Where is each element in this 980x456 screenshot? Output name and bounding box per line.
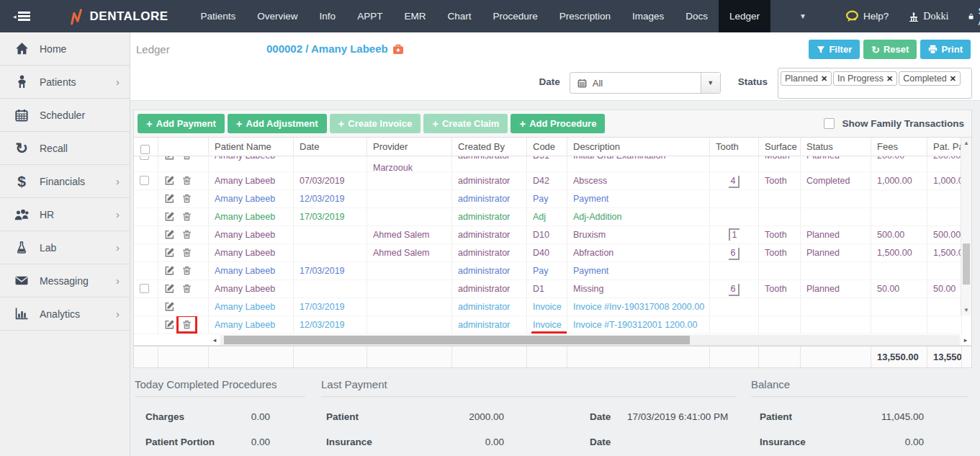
create-invoice-button[interactable]: +Create Invoice [330,114,421,133]
status-chip-planned[interactable]: Planned✕ [781,71,832,86]
scroll-down-icon[interactable]: ▼ [961,305,971,316]
reset-button[interactable]: ↻ Reset [863,40,917,59]
surface-cell: Tooth [765,284,787,294]
status-chip-in-progress[interactable]: In Progress✕ [833,71,897,86]
description-cell: Invoice #T-190312001 1200.00 [573,320,697,330]
select-all-checkbox[interactable] [140,145,150,154]
nav-item-ledger[interactable]: Ledger [719,0,770,32]
delete-row-icon[interactable] [181,175,192,186]
column-header-fees: Fees [871,138,927,156]
hamburger-menu-icon[interactable]: ◂ [13,10,30,23]
nav-item-info[interactable]: Info [309,0,347,32]
nav-item-procedure[interactable]: Procedure [482,0,548,32]
nav-item-emr[interactable]: EMR [393,0,436,32]
vertical-scroll-track[interactable] [961,148,971,305]
add-payment-button[interactable]: +Add Payment [138,114,225,133]
print-button[interactable]: Print [920,40,971,59]
edit-row-icon[interactable] [164,156,175,161]
date-dropdown-arrow-icon[interactable]: ▼ [701,73,720,93]
filter-button[interactable]: Filter [809,40,860,59]
status-cell: Planned [806,230,840,240]
last-payment-section: Last Payment Patient2000.00Date17/03/201… [321,374,737,456]
status-chip-completed[interactable]: Completed✕ [899,71,961,86]
edit-row-icon[interactable] [164,265,175,276]
delete-row-icon[interactable] [181,156,192,161]
delete-row-icon[interactable] [181,229,192,240]
created-by-cell: administrator [458,176,510,186]
edit-row-icon[interactable] [164,211,175,222]
nav-item-prescription[interactable]: Prescription [549,0,621,32]
envelope-icon [12,276,31,285]
chevron-right-icon: › [116,241,120,254]
patient-paid-cell: 1,000.0 [933,176,962,186]
delete-row-icon[interactable] [181,283,192,294]
status-filter-box[interactable]: Planned✕In Progress✕Completed✕ [778,68,972,99]
user-menu[interactable]: System Administrator ▼ [968,6,980,27]
nav-item-docs[interactable]: Docs [675,0,719,32]
scroll-left-icon[interactable]: ◂ [209,336,220,344]
chevron-right-icon: › [116,76,120,88]
nav-item-images[interactable]: Images [621,0,675,32]
delete-row-icon[interactable] [181,265,192,276]
description-cell: Adj-Addition [573,212,621,222]
chip-remove-icon[interactable]: ✕ [950,74,956,84]
scroll-right-icon[interactable]: ▸ [960,336,971,344]
nav-item-patients[interactable]: Patients [190,0,247,32]
patient-name-cell: Amany Labeeb [215,176,275,186]
sidebar-item-home[interactable]: Home [0,32,130,66]
code-cell: Invoice [533,316,562,334]
horizontal-scroll-thumb[interactable] [224,336,690,344]
delete-row-icon[interactable] [181,193,192,204]
edit-row-icon[interactable] [164,175,175,186]
chip-remove-icon[interactable]: ✕ [886,74,893,84]
family-transactions-checkbox[interactable] [824,118,835,129]
chevron-right-icon: › [116,208,120,220]
nav-item-overview[interactable]: Overview [246,0,308,32]
sidebar-item-messaging[interactable]: Messaging› [0,264,130,298]
delete-row-icon[interactable] [181,211,192,222]
delete-row-icon[interactable] [181,319,192,330]
sidebar-item-patients[interactable]: Patients› [0,66,130,99]
horizontal-scroll-track[interactable] [220,335,960,345]
brand-logo[interactable]: DENTALORE [70,8,168,25]
nav-item-appt[interactable]: APPT [346,0,393,32]
sidebar-item-scheduler[interactable]: Scheduler [0,99,130,132]
sidebar-item-lab[interactable]: Lab› [0,231,130,264]
totals-cell [367,347,452,367]
patient-link[interactable]: 000002 / Amany Labeeb [266,43,404,55]
row-checkbox[interactable] [140,156,149,160]
edit-row-icon[interactable] [164,319,175,330]
vertical-scrollbar[interactable]: ▲ ▼ [961,138,971,316]
edit-row-icon[interactable] [164,283,175,294]
show-family-transactions-toggle[interactable]: Show Family Transactions [824,118,964,129]
edit-row-icon[interactable] [164,229,175,240]
horizontal-scrollbar[interactable]: ◂ ▸ [134,334,971,346]
scroll-up-icon[interactable]: ▲ [961,138,971,148]
sidebar-item-recall[interactable]: ↻ Recall [0,132,130,165]
status-cell: Completed [806,176,850,186]
more-menu-caret-icon[interactable]: ▼ [770,0,825,32]
row-checkbox[interactable] [140,176,149,185]
last-payment-title: Last Payment [321,378,737,397]
sidebar-item-analytics[interactable]: Analytics› [0,298,130,331]
add-procedure-button[interactable]: +Add Procedure [511,114,605,133]
vertical-scroll-thumb[interactable] [963,243,970,285]
sidebar-item-financials[interactable]: $ Financials› [0,165,130,198]
date-filter-dropdown[interactable]: All ▼ [570,72,721,94]
create-claim-button[interactable]: +Create Claim [423,114,508,133]
help-button[interactable]: Help? [845,10,889,22]
fees-cell: 1,500.00 [877,248,912,258]
edit-row-icon[interactable] [164,193,175,204]
add-adjustment-button[interactable]: +Add Adjustment [228,114,327,133]
sidebar-item-hr[interactable]: HR› [0,198,130,231]
chip-remove-icon[interactable]: ✕ [821,74,827,84]
clinic-selector[interactable]: Dokki [909,11,948,22]
edit-row-icon[interactable] [164,301,175,312]
total-fees: 13,550.00 [871,347,927,367]
clinic-building-icon [909,12,919,22]
delete-row-icon[interactable] [181,247,192,258]
edit-row-icon[interactable] [164,247,175,258]
sidebar-item-label: HR [40,209,54,220]
row-checkbox[interactable] [140,284,149,293]
nav-item-chart[interactable]: Chart [436,0,482,32]
